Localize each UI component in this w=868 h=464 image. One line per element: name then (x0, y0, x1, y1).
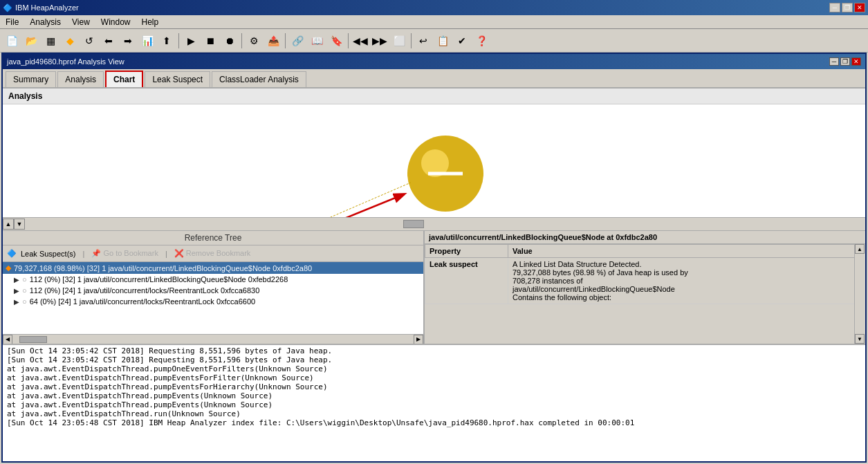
toolbar-export[interactable]: 📤 (264, 32, 282, 50)
separator-5 (411, 33, 412, 48)
col-property: Property (425, 245, 508, 258)
right-panel-scrollbar[interactable]: ▲ ▼ (854, 244, 865, 344)
leak-suspects-text: Leak Suspect(s) (21, 250, 75, 258)
tab-classloader[interactable]: ClassLoader Analysis (212, 71, 306, 87)
tree-icon-0: ◆ (6, 263, 11, 272)
log-line-4: at java.awt.EventDispatchThread.pumpEven… (7, 382, 861, 391)
toolbar-box[interactable]: ⬜ (390, 32, 408, 50)
tree-text-2: 112 (0%) [24] 1 java/util/concurrent/loc… (30, 286, 260, 295)
toolbar: 📄 📂 ▦ ◆ ↺ ⬅ ➡ 📊 ⬆ ▶ ⏹ ⏺ ⚙ 📤 🔗 📖 🔖 ◀◀ ▶▶ … (0, 29, 868, 53)
toolbar-sep-2: | (165, 250, 167, 258)
toolbar-open[interactable]: 📂 (22, 32, 40, 50)
tree-scroll-left[interactable]: ◀ (3, 335, 12, 344)
goto-bookmark-btn[interactable]: 📌 Go to Bookmark (91, 249, 158, 258)
toolbar-next[interactable]: ➡ (119, 32, 137, 50)
toolbar-filter[interactable]: ⚙ (245, 32, 263, 50)
log-line-5: at java.awt.EventDispatchThread.pumpEven… (7, 391, 861, 400)
property-table: Property Value Leak suspect A Linked Lis… (425, 244, 865, 304)
window-title: java_pid49680.hprof Analysis View (7, 57, 124, 66)
tab-leak-suspect[interactable]: Leak Suspect (145, 71, 210, 87)
tree-text-0: 79,327,168 (98.98%) [32] 1 java/util/con… (14, 264, 312, 272)
toolbar-new[interactable]: 📄 (3, 32, 21, 50)
log-line-1: [Sun Oct 14 23:05:42 CST 2018] Requestin… (7, 355, 861, 364)
right-panel: java/util/concurrent/LinkedBlockingQueue… (425, 231, 865, 344)
log-line-3: at java.awt.EventDispatchThread.pumpEven… (7, 373, 861, 382)
inner-close[interactable]: ✕ (851, 57, 861, 66)
prop-row-0: Leak suspect A Linked List Data Structur… (425, 258, 865, 304)
close-button[interactable]: ✕ (854, 3, 865, 12)
menu-bar: File Analysis View Window Help (0, 15, 868, 29)
toolbar-left-arr[interactable]: ◀◀ (351, 32, 369, 50)
toolbar-rec[interactable]: ⏺ (221, 32, 239, 50)
prop-table-container[interactable]: Property Value Leak suspect A Linked Lis… (425, 244, 865, 344)
tabs-bar: Summary Analysis Chart Leak Suspect Clas… (3, 69, 865, 89)
toolbar-check[interactable]: ✔ (453, 32, 471, 50)
leak-toolbar: 🔷 Leak Suspect(s) | 📌 Go to Bookmark | ❌… (3, 245, 423, 262)
toolbar-prev[interactable]: ⬅ (100, 32, 118, 50)
tree-item-2[interactable]: ▶ ○ 112 (0%) [24] 1 java/util/concurrent… (3, 285, 423, 296)
menu-view[interactable]: View (69, 16, 93, 28)
log-line-2: at java.awt.EventDispatchThread.pumpOneE… (7, 364, 861, 373)
toolbar-up[interactable]: ⬆ (158, 32, 176, 50)
left-panel: Reference Tree 🔷 Leak Suspect(s) | 📌 Go … (3, 231, 425, 344)
toolbar-diamond[interactable]: ◆ (61, 32, 79, 50)
tree-expand-3: ▶ (14, 298, 19, 306)
log-line-7: at java.awt.EventDispatchThread.run(Unkn… (7, 409, 861, 418)
tree-icon-1: ○ (22, 275, 27, 284)
toolbar-play[interactable]: ▶ (182, 32, 200, 50)
tree-scroll-track[interactable] (12, 336, 414, 343)
tab-analysis[interactable]: Analysis (57, 71, 104, 87)
tree-item-1[interactable]: ▶ ○ 112 (0%) [32] 1 java/util/concurrent… (3, 274, 423, 285)
svg-line-2 (293, 194, 404, 217)
toolbar-arrow[interactable]: ↩ (414, 32, 432, 50)
inner-minimize[interactable]: ─ (829, 57, 839, 66)
scroll-up-btn[interactable]: ▲ (3, 219, 14, 230)
separator-4 (348, 33, 349, 48)
chart-svg (3, 104, 865, 217)
menu-analysis[interactable]: Analysis (27, 16, 64, 28)
toolbar-link[interactable]: 🔗 (288, 32, 306, 50)
log-area: [Sun Oct 14 23:05:42 CST 2018] Requestin… (3, 344, 865, 461)
separator-2 (241, 33, 242, 48)
toolbar-bookmark[interactable]: 🔖 (327, 32, 345, 50)
chart-area: java/util/concurrent/LinkedBlockingQueue… (3, 104, 865, 217)
toolbar-book[interactable]: 📖 (308, 32, 326, 50)
tree-scroll-thumb[interactable] (19, 336, 47, 343)
toolbar-right-arr[interactable]: ▶▶ (371, 32, 389, 50)
minimize-button[interactable]: ─ (829, 3, 840, 12)
tab-summary[interactable]: Summary (6, 71, 56, 87)
prop-name-0: Leak suspect (425, 258, 508, 304)
restore-button[interactable]: ❐ (842, 3, 853, 12)
right-scroll-up[interactable]: ▲ (855, 244, 865, 254)
tree-scroll-right[interactable]: ▶ (414, 335, 423, 344)
menu-help[interactable]: Help (139, 16, 162, 28)
inner-restore[interactable]: ❐ (840, 57, 850, 66)
inner-title-bar: java_pid49680.hprof Analysis View ─ ❐ ✕ (3, 54, 865, 69)
tree-item-0[interactable]: ◆ 79,327,168 (98.98%) [32] 1 java/util/c… (3, 262, 423, 274)
log-line-0: [Sun Oct 14 23:05:42 CST 2018] Requestin… (7, 346, 861, 355)
col-value: Value (508, 245, 865, 258)
toolbar-chart[interactable]: 📊 (138, 32, 156, 50)
separator-3 (285, 33, 286, 48)
tree-item-3[interactable]: ▶ ○ 64 (0%) [24] 1 java/util/concurrent/… (3, 296, 423, 307)
toolbar-doc[interactable]: 📋 (434, 32, 452, 50)
toolbar-grid[interactable]: ▦ (41, 32, 59, 50)
menu-file[interactable]: File (3, 16, 21, 28)
scroll-down-btn[interactable]: ▼ (14, 219, 25, 230)
toolbar-stop[interactable]: ⏹ (201, 32, 219, 50)
h-scrollbar-track[interactable] (25, 220, 865, 228)
tree-list[interactable]: ◆ 79,327,168 (98.98%) [32] 1 java/util/c… (3, 262, 423, 334)
toolbar-help[interactable]: ❓ (472, 32, 490, 50)
chart-scrollbar[interactable]: ▲ ▼ (3, 217, 865, 231)
right-panel-title: java/util/concurrent/LinkedBlockingQueue… (425, 231, 865, 244)
tab-chart[interactable]: Chart (105, 71, 143, 87)
h-scrollbar-thumb[interactable] (403, 220, 424, 228)
leak-suspects-label: 🔷 (7, 249, 17, 258)
right-scroll-down[interactable]: ▼ (855, 334, 865, 344)
toolbar-refresh[interactable]: ↺ (80, 32, 98, 50)
tree-expand-2: ▶ (14, 287, 19, 295)
log-line-6: at java.awt.EventDispatchThread.pumpEven… (7, 400, 861, 409)
menu-window[interactable]: Window (98, 16, 133, 28)
tree-h-scrollbar[interactable]: ◀ ▶ (3, 334, 423, 344)
remove-bookmark-btn[interactable]: ❌ Remove Bookmark (174, 249, 251, 258)
